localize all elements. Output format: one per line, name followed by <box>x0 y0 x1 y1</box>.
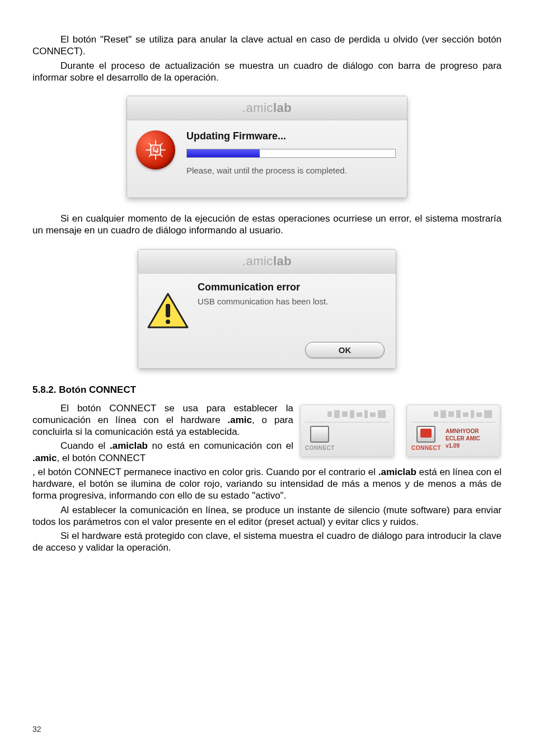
svg-rect-27 <box>484 410 492 418</box>
info-line: ECLER AMIC <box>446 435 480 442</box>
paragraph-password: Si el hardware está protegido con clave,… <box>32 530 502 554</box>
svg-line-6 <box>160 143 162 146</box>
connect-button-inactive[interactable]: CONNECT <box>305 426 335 451</box>
svg-rect-16 <box>357 412 362 417</box>
svg-rect-23 <box>456 410 461 418</box>
text-span: no está en comunicación con el <box>148 440 293 451</box>
paragraph-reset: El botón "Reset" se utiliza para anular … <box>32 34 502 58</box>
connect-panel-inactive: CONNECT <box>300 405 394 457</box>
svg-rect-25 <box>471 410 474 418</box>
paragraph-error-intro: Si en cualquier momento de la ejecución … <box>32 213 502 237</box>
svg-rect-0 <box>151 145 161 155</box>
dialog-subtext: USB communication has been lost. <box>198 297 385 306</box>
svg-line-7 <box>149 154 152 157</box>
communication-error-dialog: .amiclab Communication error USB communi… <box>138 249 396 369</box>
svg-rect-26 <box>476 412 482 417</box>
panel-header-graphic <box>305 408 389 420</box>
section-heading: 5.8.2. Botón CONNECT <box>32 384 502 396</box>
ok-button[interactable]: OK <box>305 342 385 358</box>
connect-button-active[interactable]: CONNECT <box>411 426 441 451</box>
paragraph-connect-1: El botón CONNECT se usa para establecer … <box>32 402 293 438</box>
title-lab: lab <box>273 101 292 115</box>
svg-rect-17 <box>364 410 368 418</box>
svg-line-8 <box>160 154 162 157</box>
info-line: AMNHYOOR <box>446 428 480 435</box>
svg-rect-21 <box>441 410 446 418</box>
title-lab: lab <box>273 254 292 269</box>
text-bold: .amic <box>228 415 252 425</box>
svg-point-11 <box>166 320 170 324</box>
paragraph-connect-2-start: Cuando el .amiclab no está en comunicaci… <box>32 440 293 464</box>
svg-rect-24 <box>463 412 469 417</box>
device-info: AMNHYOOR ECLER AMIC v1.09 <box>446 428 480 449</box>
svg-line-5 <box>149 143 152 146</box>
svg-rect-13 <box>334 410 340 418</box>
dialog-title-bar: .amiclab <box>127 96 407 120</box>
dialog-subtext: Please, wait until the process is comple… <box>186 166 396 175</box>
text-span: , el botón CONNECT permanece inactivo en… <box>32 467 378 477</box>
panel-header-graphic <box>411 408 495 420</box>
paragraph-mute: Al establecer la comunicación en línea, … <box>32 504 502 528</box>
dialog-title-bar: .amiclab <box>138 250 396 274</box>
svg-rect-12 <box>327 411 332 417</box>
warning-icon <box>147 293 189 328</box>
text-bold: .amiclab <box>378 467 416 477</box>
connect-panel-active: CONNECT AMNHYOOR ECLER AMIC v1.09 <box>406 405 500 457</box>
svg-rect-19 <box>378 410 386 418</box>
paragraph-update-intro: Durante el proceso de actualización se m… <box>32 60 502 84</box>
dialog-heading: Communication error <box>198 281 385 293</box>
updating-firmware-dialog: .amiclab <box>127 96 407 198</box>
svg-rect-15 <box>350 410 354 418</box>
page-number: 32 <box>32 725 41 734</box>
paragraph-connect-2-cont: , el botón CONNECT permanece inactivo en… <box>32 466 502 502</box>
svg-rect-22 <box>448 411 454 417</box>
title-amic: .amic <box>242 101 273 115</box>
info-line: v1.09 <box>446 442 480 449</box>
progress-fill <box>187 149 260 157</box>
firmware-chip-icon <box>136 130 175 170</box>
svg-rect-10 <box>166 304 170 317</box>
svg-rect-20 <box>434 411 438 417</box>
dialog-heading: Updating Firmware... <box>186 130 396 142</box>
svg-rect-14 <box>342 411 348 417</box>
text-span: Cuando el <box>60 440 110 451</box>
text-bold: .amic <box>32 453 57 463</box>
title-amic: .amic <box>242 254 273 269</box>
connect-label: CONNECT <box>411 445 441 451</box>
svg-rect-18 <box>370 412 376 417</box>
text-bold: .amiclab <box>110 440 148 451</box>
connect-label: CONNECT <box>305 445 335 451</box>
progress-bar <box>186 149 396 158</box>
